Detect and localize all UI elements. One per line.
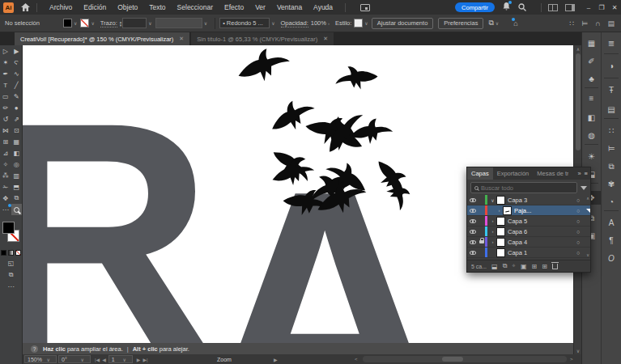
collect-for-export-icon[interactable]: ▣ — [521, 263, 527, 270]
layer-row-capa4[interactable]: › Capa 4 ○ — [467, 237, 590, 248]
properties-panel-icon[interactable]: ≣ — [602, 39, 621, 48]
magnet-snap-icon[interactable]: ∩ — [595, 19, 600, 28]
scroll-left-icon[interactable]: < — [355, 357, 358, 362]
rotate-tool[interactable]: ↺ — [0, 113, 11, 125]
stroke-weight-label[interactable]: Trazo: — [100, 19, 117, 28]
stroke-stepper[interactable]: ▴▾ — [120, 20, 122, 27]
opacity-label[interactable]: Opacidad: — [281, 19, 308, 28]
delete-layer-icon[interactable] — [552, 264, 558, 269]
line-segment-tool[interactable]: ╱ — [11, 79, 23, 91]
panel-collapse-icon[interactable]: » — [577, 170, 581, 177]
menu-objeto[interactable]: Objeto — [112, 3, 143, 11]
menu-efecto[interactable]: Efecto — [219, 3, 249, 11]
scroll-up-icon[interactable]: ∧ — [586, 196, 589, 201]
align-panel-icon[interactable]: ⊨ — [602, 144, 621, 153]
tab-creativol[interactable]: CreatiVol! [Recuperado]* @ 150 % (CMYK/P… — [15, 32, 189, 45]
layer-name[interactable]: Capa 4 — [508, 239, 574, 246]
selection-tool[interactable]: ▷ — [0, 45, 11, 57]
panel-menu-icon[interactable]: ≡ — [585, 170, 588, 177]
screen-share-icon[interactable] — [360, 4, 370, 11]
document-setup-icon[interactable]: ⧉ — [488, 19, 493, 28]
color-mode-button[interactable] — [1, 250, 6, 256]
visibility-toggle[interactable] — [467, 240, 478, 244]
visibility-toggle[interactable] — [467, 198, 478, 202]
perspective-grid-tool[interactable]: ⊿ — [0, 147, 11, 159]
zoom-tool[interactable] — [11, 204, 23, 215]
chevron-down-icon[interactable]: ∨ — [364, 20, 368, 26]
panel-grid-icon[interactable]: ▤ — [607, 19, 615, 28]
free-transform-tool[interactable]: ⊡ — [11, 125, 23, 136]
tab-mesas-de-trabajo[interactable]: Mesas de tr — [533, 167, 568, 180]
chevron-down-icon[interactable]: ∨ — [74, 20, 77, 26]
menu-archivo[interactable]: Archivo — [44, 3, 78, 11]
snap-options-icon[interactable]: ⊨ — [581, 19, 588, 28]
next-artboard-button[interactable]: ▶ — [137, 357, 141, 362]
make-clip-mask-icon[interactable]: ⬓ — [491, 263, 498, 270]
layer-name[interactable]: Capa 5 — [508, 218, 574, 225]
stroke-weight-input[interactable] — [122, 18, 147, 28]
menu-seleccionar[interactable]: Seleccionar — [172, 3, 219, 11]
transparency-panel-icon[interactable]: ◍ — [582, 131, 601, 140]
pathfinder-panel-icon[interactable]: ⧉ — [602, 162, 621, 171]
brush-definition-select[interactable]: • Redondo 5 ... — [219, 18, 270, 28]
gradient-panel-icon[interactable]: ◧ — [582, 113, 601, 122]
swatches-panel-icon[interactable]: ▦ — [582, 39, 601, 48]
lasso-tool[interactable]: Ϛ — [11, 57, 23, 68]
chevron-down-icon[interactable]: ∨ — [496, 20, 499, 26]
menu-texto[interactable]: Texto — [143, 3, 171, 11]
expand-chevron-icon[interactable]: › — [496, 208, 503, 213]
artboard-number-select[interactable]: 1 ∨ — [108, 355, 133, 363]
symbols-panel-icon[interactable]: ♣ — [582, 74, 601, 83]
visibility-toggle[interactable] — [467, 251, 478, 255]
search-icon[interactable] — [518, 3, 526, 11]
layer-thumbnail[interactable] — [496, 238, 505, 247]
expand-chevron-icon[interactable]: › — [489, 218, 496, 223]
direct-selection-tool[interactable]: ▶ — [11, 45, 23, 57]
target-circle-icon[interactable]: ○ — [574, 229, 582, 235]
menu-edicion[interactable]: Edición — [78, 3, 112, 11]
workspace-layout-icon[interactable] — [548, 4, 558, 11]
curvature-tool[interactable]: ∿ — [11, 68, 23, 79]
pen-tool[interactable]: ✒ — [0, 68, 11, 79]
filter-icon[interactable] — [581, 186, 587, 190]
horizontal-scrollbar[interactable] — [363, 356, 567, 362]
chevron-down-icon[interactable]: ∨ — [271, 20, 274, 26]
lock-toggle[interactable] — [478, 240, 485, 243]
print-tiling-tool[interactable]: ⧉ — [11, 193, 23, 204]
share-button[interactable]: Compartir — [455, 2, 495, 12]
fill-swatch[interactable] — [2, 222, 15, 234]
visibility-toggle[interactable] — [467, 230, 478, 234]
variable-width-profile-select[interactable] — [155, 18, 202, 28]
stroke-color-swatch[interactable] — [80, 19, 89, 28]
arrange-icon[interactable]: ∷ — [569, 19, 574, 28]
paintbrush-tool[interactable]: ✎ — [11, 91, 23, 102]
window-minimize-button[interactable]: – — [582, 4, 595, 11]
scroll-down-icon[interactable]: ∨ — [586, 252, 589, 257]
menu-ver[interactable]: Ver — [249, 3, 271, 11]
visibility-toggle[interactable] — [467, 219, 478, 223]
menu-ventana[interactable]: Ventana — [271, 3, 308, 11]
sync-status-icon[interactable]: ⌂ — [513, 19, 517, 28]
mesh-tool[interactable]: ▦ — [11, 136, 23, 147]
gradient-tool[interactable]: ◧ — [11, 147, 23, 159]
close-icon[interactable]: ✕ — [179, 36, 184, 42]
gradient-mode-button[interactable] — [8, 250, 14, 256]
toolbox-more-button[interactable]: ⋯ — [0, 283, 22, 290]
first-artboard-button[interactable]: |◀ — [95, 357, 100, 362]
last-artboard-button[interactable]: ▶| — [142, 357, 147, 362]
menu-ayuda[interactable]: Ayuda — [308, 3, 338, 11]
pencil-tool[interactable]: ✏ — [0, 102, 11, 113]
libraries-panel-icon[interactable]: ▤ — [602, 105, 621, 114]
chevron-down-icon[interactable]: ∨ — [148, 20, 151, 26]
scroll-right-icon[interactable]: > — [570, 357, 573, 362]
artboard-tool[interactable]: ⬒ — [11, 181, 23, 193]
layer-row-capa5[interactable]: › Capa 5 ○ — [467, 216, 590, 226]
fit-document-button[interactable]: Ajustar documento — [372, 18, 434, 29]
layer-row-pajaros[interactable]: › Paja... ○ — [467, 205, 590, 216]
brushes-panel-icon[interactable]: ✐ — [582, 57, 601, 66]
layer-thumbnail[interactable] — [496, 248, 505, 257]
expand-chevron-icon[interactable]: › — [489, 229, 496, 234]
chevron-down-icon[interactable]: ∨ — [91, 20, 94, 26]
shape-builder-tool[interactable]: ⊞ — [0, 136, 11, 147]
screen-mode-button[interactable]: ⧉ — [0, 271, 22, 279]
